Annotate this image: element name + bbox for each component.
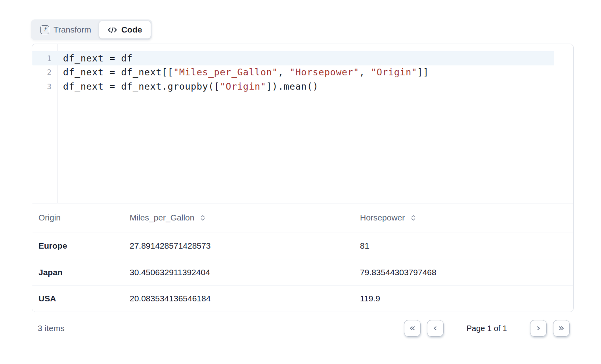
cell-horsepower: 79.83544303797468 [354, 268, 573, 277]
line-number: 3 [32, 82, 57, 91]
double-chevron-right-icon [558, 325, 565, 331]
function-icon [40, 25, 49, 34]
table-row: Europe 27.891428571428573 81 [32, 232, 573, 259]
code-line: 1 df_next = df [32, 51, 573, 65]
cell-miles-per-gallon: 27.891428571428573 [123, 241, 354, 251]
tab-code[interactable]: Code [99, 21, 151, 38]
transform-cell: Transform Code 1 df_next = df 2 df_next … [0, 0, 601, 364]
column-header-miles-per-gallon[interactable]: Miles_per_Gallon [123, 213, 354, 222]
page-indicator: Page 1 of 1 [467, 324, 507, 333]
table-row: Japan 30.450632911392404 79.835443037974… [32, 259, 573, 285]
double-chevron-left-icon [409, 325, 416, 331]
table-footer: 3 items Page 1 of 1 [32, 317, 574, 339]
items-count: 3 items [32, 324, 65, 333]
cell-horsepower: 119.9 [354, 294, 573, 303]
sort-arrows-icon [411, 215, 416, 221]
cell-miles-per-gallon: 20.083534136546184 [123, 294, 354, 303]
cell-horsepower: 81 [354, 241, 573, 251]
code-line: 3 df_next = df_next.groupby(["Origin"]).… [32, 79, 573, 94]
line-number: 1 [32, 54, 57, 63]
code-editor[interactable]: 1 df_next = df 2 df_next = df_next[["Mil… [32, 44, 573, 203]
cell-origin: Japan [32, 268, 123, 277]
line-number: 2 [32, 68, 57, 77]
cell-origin: Europe [32, 241, 123, 251]
prev-page-button[interactable] [427, 320, 444, 337]
code-line-text: df_next = df_next.groupby(["Origin"]).me… [57, 81, 319, 92]
code-line-text: df_next = df [57, 53, 133, 63]
last-page-button[interactable] [553, 320, 570, 337]
code-line-text: df_next = df_next[["Miles_per_Gallon", "… [57, 67, 429, 77]
next-page-button[interactable] [530, 320, 547, 337]
tab-transform-label: Transform [54, 25, 91, 34]
column-header-horsepower[interactable]: Horsepower [354, 213, 573, 222]
cell-origin: USA [32, 294, 123, 303]
cell-miles-per-gallon: 30.450632911392404 [123, 268, 354, 277]
sort-arrows-icon [200, 215, 205, 221]
table-row: USA 20.083534136546184 119.9 [32, 285, 573, 312]
view-toggle: Transform Code [31, 19, 152, 40]
code-icon [108, 27, 117, 33]
tab-code-label: Code [121, 25, 142, 34]
tab-transform[interactable]: Transform [33, 21, 99, 38]
cell-panel: 1 df_next = df 2 df_next = df_next[["Mil… [32, 44, 574, 312]
code-line: 2 df_next = df_next[["Miles_per_Gallon",… [32, 65, 573, 80]
first-page-button[interactable] [404, 320, 421, 337]
pagination: Page 1 of 1 [404, 320, 574, 337]
chevron-left-icon [432, 325, 438, 331]
table-header-row: Origin Miles_per_Gallon Horsepower [32, 203, 573, 233]
column-header-origin: Origin [32, 213, 123, 222]
chevron-right-icon [535, 325, 542, 331]
